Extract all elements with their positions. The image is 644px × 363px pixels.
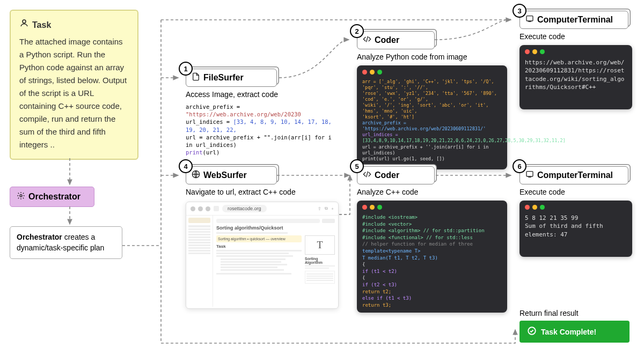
copy-icon: ⧉	[325, 206, 328, 211]
step-number-1: 1	[179, 62, 193, 76]
final-label: Return final result	[519, 309, 630, 317]
sa: Sorting Algorithm	[305, 257, 335, 264]
step-1-subtitle: Access Image, extract code	[186, 90, 339, 99]
c: [33,4,8,9,10,14,17,18,19,20,21,22,0,6,24…	[362, 138, 566, 143]
final-block: Return final result Task Complete!	[519, 306, 630, 343]
check-circle-icon	[527, 326, 537, 337]
step-1-code: archive_prefix = "https://web.archive.or…	[186, 103, 339, 156]
agent-card-coder-5: 5 Coder	[357, 166, 435, 184]
step-5-subtitle: Analyze C++ code	[357, 188, 507, 196]
agent-name-1: FileSurfer	[203, 73, 244, 83]
task-title-row: Task	[19, 18, 129, 32]
c: print	[186, 149, 203, 155]
svg-rect-4	[526, 172, 533, 176]
user-icon	[19, 18, 29, 32]
c: #include <algorithm> // for std::partiti…	[362, 227, 502, 234]
code-icon	[363, 35, 371, 46]
c: if (t2 < t3)	[362, 281, 502, 288]
code-icon	[363, 170, 371, 181]
gear-icon	[17, 191, 25, 202]
agent-card-filesurfer: 1 FileSurfer	[186, 69, 277, 87]
agent-name-4: WebSurfer	[203, 171, 247, 180]
c: 'ksort', '#', 'ht']	[362, 114, 414, 120]
task-title: Task	[32, 18, 51, 32]
browser-address-bar: rosettacode.org ⇪ ⧉ +	[186, 202, 338, 216]
svg-point-1	[20, 195, 22, 197]
c: "https://web.archive.org/web/20230	[186, 111, 301, 117]
step-6-out1: 5 8 12 21 35 99	[525, 214, 627, 222]
c: 'wiki', '/', 'ing', 'sort', 'abc', 'or',…	[362, 102, 488, 114]
step-number-2: 2	[350, 24, 364, 38]
agent-card-terminal-3: 3 ComputerTerminal	[519, 11, 628, 29]
share-icon: ⇪	[318, 206, 321, 211]
c: return t3;	[362, 302, 502, 309]
c: url = archive_prefix + ''.join(arr[i] fo…	[362, 144, 488, 155]
c: #include <vector>	[362, 221, 502, 228]
c: url_indices =	[186, 118, 233, 125]
c: 'rose', 'vwx', 'yz1', '234', 'tta', '567…	[362, 91, 497, 102]
step-3-subtitle: Execute code	[519, 32, 632, 41]
c: archive_prefix = 'https://web.archive.or…	[362, 120, 486, 131]
c: #include <iostream>	[362, 214, 502, 221]
c: // helper function for median of three	[362, 241, 502, 248]
step-2-terminal: arr = ['_alg', 'ghi', 'C++', 'jkl', 'tps…	[357, 65, 507, 169]
lock-icon	[214, 206, 219, 211]
step-number-6: 6	[513, 159, 526, 173]
step-6: 6 ComputerTerminal Execute code 5 8 12 2…	[519, 166, 632, 257]
orchestrator-card: Orchestrator	[10, 187, 94, 207]
c: if (t1 < t2)	[362, 268, 502, 275]
c: return t2;	[362, 288, 502, 295]
globe-icon	[192, 170, 200, 181]
step-3: 3 ComputerTerminal Execute code https://…	[519, 11, 632, 109]
c: (url)	[203, 149, 220, 155]
step-6-subtitle: Execute code	[519, 188, 632, 196]
task-h: Task	[216, 244, 302, 249]
c: else if (t1 < t3)	[362, 295, 502, 302]
task-complete-badge: Task Complete!	[519, 321, 630, 343]
step-5-terminal: #include <iostream> #include <vector> #i…	[357, 201, 507, 313]
step-3-output: https://web.archive.org/web/202306091128…	[525, 58, 627, 92]
plus-icon: +	[331, 206, 334, 211]
agent-name-5: Coder	[375, 171, 399, 180]
plan-bold: Orchestrator	[17, 233, 62, 241]
traffic-lights	[362, 205, 502, 210]
agent-name-6: ComputerTerminal	[537, 171, 613, 180]
traffic-lights	[525, 49, 627, 54]
file-icon	[192, 72, 200, 83]
c: template<typename T>	[362, 248, 502, 255]
c: {	[362, 275, 502, 281]
task-body: The attached image contains a Python scr…	[19, 35, 129, 151]
step-5: 5 Coder Analyze C++ code #include <iostr…	[357, 166, 507, 313]
traffic-lights	[525, 205, 627, 210]
browser-window: rosettacode.org ⇪ ⧉ +	[186, 202, 339, 309]
c: print(url) url.go(1, seed, [])	[362, 156, 445, 161]
c: url_indices =	[362, 132, 398, 137]
step-number-4: 4	[179, 159, 193, 173]
step-2: 2 Coder Analyze Python code from image a…	[357, 31, 507, 169]
terminal-icon	[525, 14, 534, 25]
step-4: 4 WebSurfer Navigate to url, extract C++…	[186, 166, 339, 309]
svg-point-0	[23, 20, 26, 23]
c: {	[362, 261, 502, 268]
traffic-lights	[362, 70, 502, 75]
agent-name-3: ComputerTerminal	[537, 15, 613, 25]
agent-card-websurfer: 4 WebSurfer	[186, 166, 277, 184]
final-button-text: Task Complete!	[541, 328, 596, 336]
browser-url: rosettacode.org	[222, 205, 267, 212]
step-4-subtitle: Navigate to url, extract C++ code	[186, 188, 339, 196]
terminal-icon	[525, 170, 534, 181]
step-number-3: 3	[513, 4, 526, 18]
agent-name-2: Coder	[375, 35, 399, 45]
c: url = archive_prefix + "".join(arr[i] fo…	[186, 134, 339, 149]
step-2-subtitle: Analyze Python code from image	[357, 53, 507, 61]
agent-card-coder-2: 2 Coder	[357, 31, 435, 49]
step-6-out2: Sum of third and fifth elements: 47	[525, 222, 627, 239]
step-6-terminal: 5 8 12 21 35 99 Sum of third and fifth e…	[519, 201, 632, 257]
c: #include <functional> // for std::less	[362, 234, 502, 241]
c: arr = ['_alg', 'ghi', 'C++', 'jkl', 'tps…	[362, 79, 494, 90]
c: archive_prefix =	[186, 103, 240, 110]
step-3-terminal: https://web.archive.org/web/202306091128…	[519, 45, 632, 109]
svg-rect-2	[526, 16, 533, 21]
step-1: 1 FileSurfer Access Image, extract code …	[186, 69, 339, 156]
step-number-5: 5	[350, 159, 364, 173]
